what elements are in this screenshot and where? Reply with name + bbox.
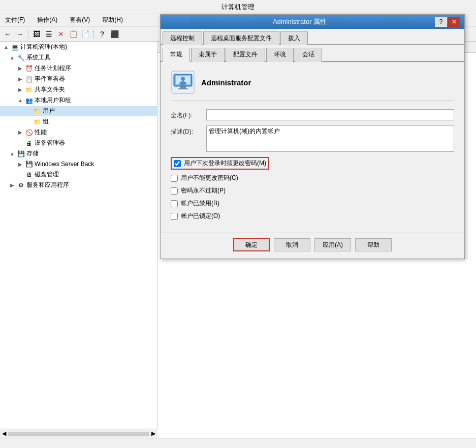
tree-item-storage[interactable]: ▲ 💾 存储 bbox=[0, 148, 157, 159]
toolbar-back[interactable]: ← bbox=[2, 28, 13, 40]
fullname-row: 全名(F): bbox=[171, 109, 454, 120]
checkbox-account-locked[interactable] bbox=[171, 213, 178, 220]
icon-computer: 💻 bbox=[10, 44, 19, 51]
toolbar-view[interactable]: 🖼 bbox=[31, 28, 42, 40]
expand-diskmgr bbox=[16, 172, 24, 177]
tree-label-event: 事件查看器 bbox=[35, 75, 65, 83]
checkbox-row-4[interactable]: 帐户已禁用(B) bbox=[171, 199, 454, 208]
toolbar-console[interactable]: ⬛ bbox=[109, 28, 120, 40]
tree-item-perf[interactable]: ▶ 🚫 性能 bbox=[0, 127, 157, 138]
tree-panel: ▲ 💻 计算机管理(本地) ▲ 🔧 系统工具 ▶ ⏰ 任务计划程序 ▶ 📋 事件… bbox=[0, 42, 157, 448]
svg-rect-5 bbox=[178, 88, 188, 89]
dialog-title: Administrator 属性 bbox=[165, 17, 435, 26]
checkbox-must-change-password[interactable] bbox=[174, 160, 181, 167]
desc-textarea[interactable]: 管理计算机(域)的内置帐户 bbox=[206, 125, 454, 152]
dialog-close-button[interactable]: ✕ bbox=[448, 17, 460, 27]
checkbox-cannot-change-password[interactable] bbox=[171, 175, 178, 182]
scroll-right[interactable]: ▶ bbox=[151, 430, 155, 437]
ok-button[interactable]: 确定 bbox=[233, 238, 270, 251]
checkbox-row-3[interactable]: 密码永不过期(P) bbox=[171, 186, 454, 195]
tree-item-groups[interactable]: 📁 组 bbox=[0, 116, 157, 127]
expand-storage[interactable]: ▲ bbox=[8, 151, 16, 156]
expand-perf[interactable]: ▶ bbox=[16, 130, 24, 135]
toolbar-help[interactable]: ? bbox=[97, 28, 108, 40]
user-name-label: Administrator bbox=[201, 78, 251, 87]
toolbar-new[interactable]: 📄 bbox=[80, 28, 91, 40]
dialog-help-button[interactable]: ? bbox=[435, 17, 447, 27]
dialog-tabs-top: 远程控制 远程桌面服务配置文件 拨入 bbox=[161, 29, 464, 45]
checkbox-row-1[interactable]: 用户下次登录时须更改密码(M) bbox=[171, 157, 454, 170]
checkbox-highlighted-box: 用户下次登录时须更改密码(M) bbox=[171, 157, 269, 170]
expand-task[interactable]: ▶ bbox=[16, 66, 24, 71]
tree-label-services: 服务和应用程序 bbox=[26, 181, 69, 189]
tab-general[interactable]: 常规 bbox=[163, 48, 190, 62]
tab-remote-desktop[interactable]: 远程桌面服务配置文件 bbox=[203, 31, 279, 45]
status-bar bbox=[0, 438, 476, 448]
checkbox-password-never-expires[interactable] bbox=[171, 187, 178, 195]
toolbar-delete[interactable]: ✕ bbox=[55, 28, 67, 40]
expand-computer[interactable]: ▲ bbox=[2, 44, 10, 50]
tree-item-tools[interactable]: ▲ 🔧 系统工具 bbox=[0, 52, 157, 63]
tree-item-localusers[interactable]: ▲ 👥 本地用户和组 bbox=[0, 95, 157, 106]
tab-environment[interactable]: 环境 bbox=[266, 48, 294, 62]
expand-localusers[interactable]: ▲ bbox=[16, 98, 24, 103]
tree-label-perf: 性能 bbox=[35, 128, 47, 137]
cancel-button[interactable]: 取消 bbox=[274, 238, 310, 251]
scroll-left[interactable]: ◀ bbox=[2, 430, 6, 437]
tab-profile[interactable]: 配置文件 bbox=[226, 48, 265, 62]
checkbox-account-disabled[interactable] bbox=[171, 200, 178, 207]
expand-devmgr bbox=[16, 140, 24, 146]
dialog-administrator-properties: Administrator 属性 ? ✕ 远程控制 远程桌面服务配置文件 拨入 … bbox=[160, 14, 465, 259]
tab-dialin[interactable]: 拨入 bbox=[280, 31, 308, 45]
window-title: 计算机管理 bbox=[221, 3, 255, 12]
icon-winback: 💾 bbox=[24, 161, 34, 168]
expand-share[interactable]: ▶ bbox=[16, 87, 24, 92]
tree-label-computer: 计算机管理(本地) bbox=[20, 43, 67, 51]
expand-tools[interactable]: ▲ bbox=[8, 55, 16, 60]
tree-label-share: 共享文件夹 bbox=[35, 85, 65, 94]
dialog-footer: 确定 取消 应用(A) 帮助 bbox=[161, 233, 464, 259]
fullname-input[interactable] bbox=[206, 109, 454, 120]
tab-member-of[interactable]: 隶属于 bbox=[191, 48, 225, 62]
scroll-bar[interactable] bbox=[8, 432, 149, 436]
checkbox-group: 用户下次登录时须更改密码(M) 用户不能更改密码(C) 密码永不过期(P) 帐户… bbox=[171, 157, 454, 220]
dialog-tabs-bottom: 常规 隶属于 配置文件 环境 会话 bbox=[161, 45, 464, 62]
tree-item-task[interactable]: ▶ ⏰ 任务计划程序 bbox=[0, 63, 157, 74]
tab-remote-control[interactable]: 远程控制 bbox=[163, 31, 202, 45]
expand-winback[interactable]: ▶ bbox=[16, 162, 24, 167]
menu-view[interactable]: 查看(V) bbox=[67, 15, 93, 25]
tree-item-event[interactable]: ▶ 📋 事件查看器 bbox=[0, 74, 157, 84]
tree-label-users: 用户 bbox=[43, 107, 55, 115]
checkbox-row-5[interactable]: 帐户已锁定(O) bbox=[171, 212, 454, 220]
tree-item-computer[interactable]: ▲ 💻 计算机管理(本地) bbox=[0, 42, 157, 52]
expand-groups bbox=[24, 119, 33, 124]
expand-services[interactable]: ▶ bbox=[8, 182, 16, 188]
icon-groups-folder: 📁 bbox=[33, 118, 42, 125]
tree-item-share[interactable]: ▶ 📁 共享文件夹 bbox=[0, 84, 157, 95]
icon-storage: 💾 bbox=[16, 150, 25, 157]
tree-item-winback[interactable]: ▶ 💾 Windows Server Back bbox=[0, 159, 157, 169]
tree-label-tools: 系统工具 bbox=[26, 53, 51, 62]
tree-label-groups: 组 bbox=[43, 117, 49, 126]
tab-session[interactable]: 会话 bbox=[295, 48, 322, 62]
apply-button[interactable]: 应用(A) bbox=[314, 238, 351, 251]
toolbar-forward[interactable]: → bbox=[14, 28, 25, 40]
tree-item-services[interactable]: ▶ ⚙ 服务和应用程序 bbox=[0, 180, 157, 190]
tree-item-users[interactable]: 📁 用户 bbox=[0, 106, 157, 116]
menu-action[interactable]: 操作(A) bbox=[34, 15, 60, 25]
tree-label-task: 任务计划程序 bbox=[35, 64, 71, 73]
toolbar-list[interactable]: ☰ bbox=[43, 28, 54, 40]
tree-item-devmgr[interactable]: 🖨 设备管理器 bbox=[0, 138, 157, 148]
expand-event[interactable]: ▶ bbox=[16, 76, 24, 82]
icon-devmgr: 🖨 bbox=[24, 140, 34, 147]
dialog-title-bar: Administrator 属性 ? ✕ bbox=[161, 15, 464, 29]
icon-task: ⏰ bbox=[24, 65, 34, 72]
menu-help[interactable]: 帮助(H) bbox=[99, 15, 126, 25]
help-button[interactable]: 帮助 bbox=[355, 238, 392, 251]
tree-item-diskmgr[interactable]: 🖥 磁盘管理 bbox=[0, 169, 157, 180]
checkbox-label-5: 帐户已锁定(O) bbox=[181, 212, 220, 220]
icon-tools: 🔧 bbox=[16, 54, 25, 61]
toolbar-properties[interactable]: 📋 bbox=[68, 28, 79, 40]
checkbox-row-2[interactable]: 用户不能更改密码(C) bbox=[171, 174, 454, 182]
menu-file[interactable]: 文件(F) bbox=[2, 15, 28, 25]
